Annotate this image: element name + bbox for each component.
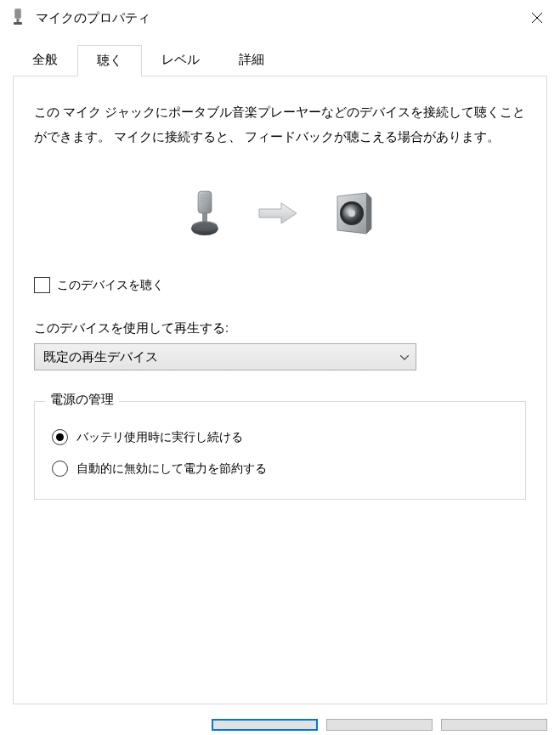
playback-device-selected: 既定の再生デバイス bbox=[43, 349, 158, 365]
svg-rect-0 bbox=[14, 8, 21, 19]
power-option-continue-label: バッテリ使用時に実行し続ける bbox=[76, 430, 243, 445]
microphone-illustration-icon bbox=[186, 189, 223, 240]
titlebar: マイクのプロパティ bbox=[0, 0, 560, 36]
cancel-button[interactable] bbox=[326, 719, 433, 731]
content-area: 全般 聴く レベル 詳細 この マイク ジャックにポータブル音楽プレーヤーなどの… bbox=[0, 36, 560, 704]
radio-disable[interactable] bbox=[52, 461, 68, 477]
power-option-disable-label: 自動的に無効にして電力を節約する bbox=[76, 461, 267, 477]
listen-checkbox-label: このデバイスを聴く bbox=[57, 278, 164, 293]
panel-description: この マイク ジャックにポータブル音楽プレーヤーなどのデバイスを接続して聴くこと… bbox=[34, 100, 526, 149]
dialog-button-row bbox=[212, 719, 547, 731]
window-title: マイクのプロパティ bbox=[36, 10, 514, 26]
playback-device-label: このデバイスを使用して再生する: bbox=[34, 320, 526, 336]
arrow-right-icon bbox=[257, 201, 298, 228]
speaker-illustration-icon bbox=[332, 191, 375, 238]
playback-device-select[interactable]: 既定の再生デバイス bbox=[34, 343, 416, 370]
svg-point-15 bbox=[348, 210, 355, 217]
power-management-group: 電源の管理 バッテリ使用時に実行し続ける 自動的に無効にして電力を節約する bbox=[34, 401, 526, 500]
power-management-legend: 電源の管理 bbox=[45, 392, 119, 408]
close-button[interactable] bbox=[514, 0, 560, 36]
tab-panel-listen: この マイク ジャックにポータブル音楽プレーヤーなどのデバイスを接続して聴くこと… bbox=[13, 76, 547, 704]
microphone-icon bbox=[12, 8, 27, 28]
radio-selected-icon bbox=[56, 433, 64, 441]
svg-rect-6 bbox=[198, 191, 212, 213]
tab-strip: 全般 聴く レベル 詳細 bbox=[13, 44, 547, 76]
tab-listen[interactable]: 聴く bbox=[77, 45, 142, 76]
power-option-continue-row[interactable]: バッテリ使用時に実行し続ける bbox=[52, 429, 508, 445]
ok-button[interactable] bbox=[212, 719, 318, 731]
power-option-disable-row[interactable]: 自動的に無効にして電力を節約する bbox=[52, 461, 508, 477]
svg-rect-3 bbox=[14, 22, 22, 25]
chevron-down-icon bbox=[400, 352, 409, 362]
svg-rect-2 bbox=[17, 19, 20, 22]
tab-advanced[interactable]: 詳細 bbox=[219, 44, 284, 76]
listen-checkbox-row[interactable]: このデバイスを聴く bbox=[34, 277, 526, 293]
apply-button[interactable] bbox=[441, 719, 547, 731]
svg-point-12 bbox=[192, 221, 218, 231]
listen-checkbox[interactable] bbox=[34, 277, 50, 293]
tab-general[interactable]: 全般 bbox=[13, 44, 77, 76]
tab-level[interactable]: レベル bbox=[142, 44, 219, 76]
svg-rect-10 bbox=[202, 213, 207, 222]
illustration-row bbox=[34, 189, 526, 240]
radio-continue[interactable] bbox=[52, 429, 68, 445]
